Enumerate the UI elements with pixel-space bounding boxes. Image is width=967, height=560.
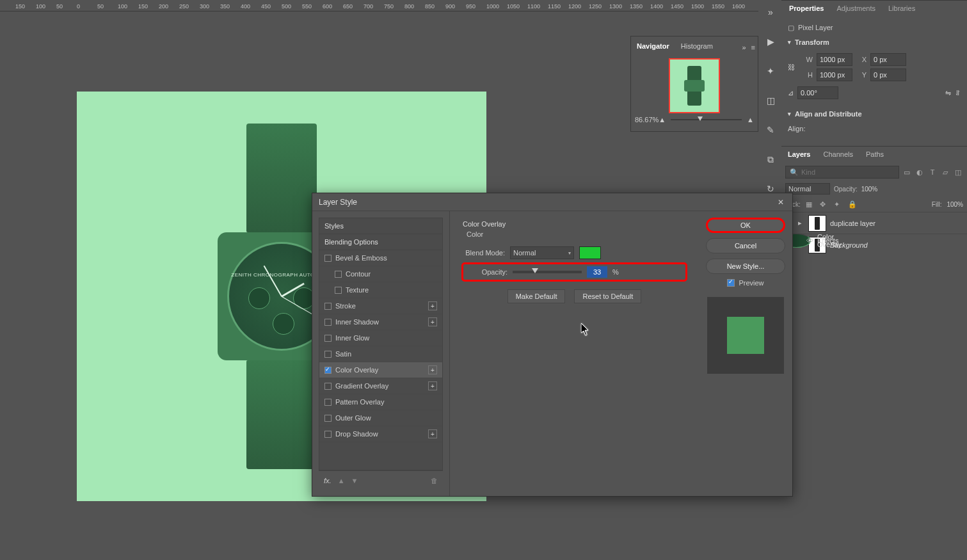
effect-checkbox[interactable] — [324, 383, 332, 390]
effect-label: Outer Glow — [335, 414, 371, 422]
effect-label: Color Overlay — [335, 366, 378, 374]
opacity-value[interactable]: 100% — [861, 186, 878, 193]
zoom-in-icon[interactable]: ▲ — [747, 116, 754, 124]
add-effect-icon[interactable]: + — [428, 301, 437, 310]
brush-icon[interactable]: ✎ — [765, 124, 776, 136]
styles-header[interactable]: Styles — [319, 218, 442, 234]
opacity-slider[interactable] — [513, 271, 582, 273]
effect-pattern-overlay[interactable]: Pattern Overlay — [319, 394, 442, 410]
horizontal-ruler: 1501005005010015020025030035040045050055… — [0, 0, 758, 12]
effect-label: Satin — [335, 350, 351, 358]
layers-tab[interactable]: Layers — [781, 147, 817, 163]
make-default-button[interactable]: Make Default — [507, 289, 566, 303]
new-style-button[interactable]: New Style... — [706, 259, 785, 274]
blending-options-header[interactable]: Blending Options — [319, 234, 442, 250]
effect-checkbox[interactable] — [324, 367, 332, 374]
add-effect-icon[interactable]: + — [428, 429, 437, 438]
opacity-input[interactable] — [587, 266, 607, 278]
blend-mode-dropdown[interactable]: Normal▾ — [510, 246, 574, 259]
fill-value[interactable]: 100% — [947, 201, 963, 208]
effect-gradient-overlay[interactable]: Gradient Overlay+ — [319, 378, 442, 394]
lock-position-icon[interactable]: ✥ — [820, 200, 829, 209]
histogram-tab[interactable]: Histogram — [675, 39, 719, 53]
add-effect-icon[interactable]: + — [428, 381, 437, 390]
effect-color-overlay[interactable]: Color Overlay+ — [319, 362, 442, 378]
effect-checkbox[interactable] — [335, 287, 342, 294]
filter-shape-icon[interactable]: ▱ — [940, 168, 950, 177]
visibility-icon[interactable]: 👁 — [806, 237, 813, 244]
effect-satin[interactable]: Satin — [319, 346, 442, 362]
subdial-bottom — [273, 313, 294, 335]
filter-smart-icon[interactable]: ◫ — [953, 168, 963, 177]
effect-checkbox[interactable] — [324, 319, 332, 326]
navigator-thumbnail[interactable] — [669, 58, 720, 113]
effect-label: Stroke — [335, 302, 356, 310]
filter-text-icon[interactable]: T — [927, 168, 938, 176]
add-effect-icon[interactable]: + — [428, 317, 437, 326]
effect-inner-shadow[interactable]: Inner Shadow+ — [319, 314, 442, 330]
preview-checkbox-row[interactable]: Preview — [727, 279, 763, 287]
reset-default-button[interactable]: Reset to Default — [574, 289, 641, 303]
effect-bevel-emboss[interactable]: Bevel & Emboss — [319, 250, 442, 266]
effect-checkbox[interactable] — [335, 271, 342, 278]
link-wh-icon[interactable]: ⛓ — [788, 63, 795, 71]
layer-row[interactable]: 👁▸duplicate layer — [781, 212, 967, 234]
effect-contour[interactable]: Contour — [319, 266, 442, 282]
fx-icon[interactable]: fx. — [324, 477, 332, 484]
effect-stroke[interactable]: Stroke+ — [319, 298, 442, 314]
effect-inner-glow[interactable]: Inner Glow — [319, 330, 442, 346]
paths-tab[interactable]: Paths — [859, 147, 890, 163]
trash-icon[interactable]: 🗑 — [431, 477, 438, 484]
effect-checkbox[interactable] — [324, 351, 332, 358]
color-swatch[interactable] — [579, 246, 601, 259]
effect-texture[interactable]: Texture — [319, 282, 442, 298]
filter-image-icon[interactable]: ▭ — [902, 168, 912, 177]
panel-menu-icon[interactable]: ≡ — [749, 42, 758, 53]
adjustments-tab[interactable]: Adjustments — [831, 2, 881, 15]
collapse-icon[interactable]: » — [739, 42, 748, 53]
cube-icon[interactable]: ◫ — [765, 95, 776, 106]
effect-outer-glow[interactable]: Outer Glow — [319, 410, 442, 426]
flip-h-icon[interactable]: ⇋ — [945, 89, 951, 97]
compass-icon[interactable]: ✦ — [765, 65, 776, 77]
align-accordion[interactable]: Align and Distribute — [788, 107, 961, 121]
effect-checkbox[interactable] — [324, 255, 332, 262]
cancel-button[interactable]: Cancel — [706, 238, 785, 253]
effect-checkbox[interactable] — [324, 431, 332, 438]
height-input[interactable] — [817, 68, 852, 81]
close-icon[interactable]: ✕ — [776, 197, 786, 207]
play-icon[interactable]: ▶ — [765, 36, 776, 47]
transform-accordion[interactable]: Transform — [788, 35, 961, 49]
lock-pixels-icon[interactable]: ▦ — [806, 200, 815, 209]
section-subtitle: Color — [467, 230, 686, 238]
x-input[interactable] — [870, 53, 906, 66]
filter-adjust-icon[interactable]: ◐ — [915, 168, 925, 177]
layer-filter[interactable]: 🔍 — [785, 166, 899, 179]
y-input[interactable] — [870, 68, 906, 81]
move-up-icon[interactable]: ▲ — [338, 477, 345, 484]
move-down-icon[interactable]: ▼ — [351, 477, 358, 484]
ok-button[interactable]: OK — [706, 218, 785, 233]
angle-input[interactable] — [797, 86, 838, 99]
channels-tab[interactable]: Channels — [817, 147, 859, 163]
libraries-tab[interactable]: Libraries — [883, 2, 920, 15]
effect-label: Contour — [346, 270, 371, 278]
lock-artboard-icon[interactable]: ✦ — [834, 200, 843, 209]
layer-filter-input[interactable] — [801, 168, 827, 176]
arrow-right-icon[interactable]: » — [765, 6, 776, 18]
zoom-out-icon[interactable]: ▲ — [659, 116, 666, 124]
watch-strap-top — [246, 124, 317, 232]
effect-drop-shadow[interactable]: Drop Shadow+ — [319, 426, 442, 442]
navigator-tab[interactable]: Navigator — [631, 39, 675, 53]
effect-checkbox[interactable] — [324, 303, 332, 310]
lock-all-icon[interactable]: 🔒 — [848, 200, 857, 209]
width-input[interactable] — [817, 53, 852, 66]
effect-checkbox[interactable] — [324, 415, 332, 422]
properties-tab[interactable]: Properties — [784, 2, 829, 15]
effect-checkbox[interactable] — [324, 399, 332, 406]
clone-icon[interactable]: ⧉ — [765, 154, 776, 165]
effect-checkbox[interactable] — [324, 335, 332, 342]
add-effect-icon[interactable]: + — [428, 365, 437, 374]
preview-checkbox[interactable] — [727, 279, 735, 287]
flip-v-icon[interactable]: ⥯ — [955, 89, 961, 97]
